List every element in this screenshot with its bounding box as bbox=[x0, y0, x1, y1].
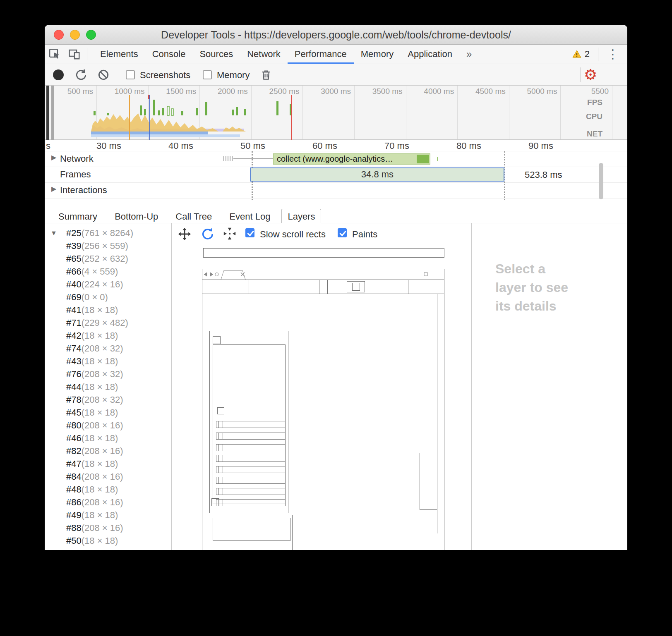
tab-elements[interactable]: Elements bbox=[93, 45, 145, 64]
memory-checkbox[interactable] bbox=[203, 70, 212, 79]
flame-tick: 90 ms bbox=[528, 141, 553, 151]
layer-tree-item[interactable]: #86(208 × 16) bbox=[45, 496, 171, 509]
layer-tree-item[interactable]: ▼#25(761 × 8264) bbox=[45, 227, 171, 239]
layers-panel: ▼#25(761 × 8264)#39(256 × 559)#65(252 × … bbox=[45, 223, 627, 550]
slow-scroll-label[interactable]: Slow scroll rects bbox=[260, 229, 326, 240]
layer-tree-item[interactable]: #78(208 × 32) bbox=[45, 393, 171, 406]
rotate-mode-icon[interactable] bbox=[199, 227, 216, 243]
layer-tree-item[interactable]: #39(256 × 559) bbox=[45, 239, 171, 252]
settings-gear-icon[interactable]: ⚙ bbox=[584, 66, 597, 84]
detail-tab-call-tree[interactable]: Call Tree bbox=[169, 209, 218, 223]
layer-tree-item[interactable]: #80(208 × 16) bbox=[45, 419, 171, 432]
request-waiting-line bbox=[233, 158, 273, 159]
detail-tab-event-log[interactable]: Event Log bbox=[223, 209, 276, 223]
row-separator bbox=[45, 182, 627, 183]
detail-tab-layers[interactable]: Layers bbox=[281, 209, 321, 223]
triangle-down-icon[interactable]: ▼ bbox=[50, 227, 57, 239]
minimize-button[interactable] bbox=[70, 30, 80, 40]
network-expander-icon[interactable]: ▶ bbox=[51, 153, 56, 161]
layer-tree-item[interactable]: #88(208 × 16) bbox=[45, 521, 171, 534]
flame-chart[interactable]: s30 ms40 ms50 ms60 ms70 ms80 ms90 ms ▶ N… bbox=[45, 140, 627, 202]
layer-tree-item[interactable]: #50(18 × 18) bbox=[45, 534, 171, 547]
frame-duration: 34.8 ms bbox=[361, 169, 394, 179]
detail-tabbar: SummaryBottom-UpCall TreeEvent LogLayers bbox=[45, 206, 627, 223]
main-tabbar: ElementsConsoleSourcesNetworkPerformance… bbox=[45, 45, 627, 64]
layer-tree-item[interactable]: #71(229 × 482) bbox=[45, 316, 171, 329]
layer-tree-item[interactable]: #45(18 × 18) bbox=[45, 406, 171, 419]
layer-tree-item[interactable]: #65(252 × 632) bbox=[45, 252, 171, 265]
flame-tick: 50 ms bbox=[240, 141, 265, 151]
layer-tree-item[interactable]: #49(18 × 18) bbox=[45, 509, 171, 521]
network-request-label: collect (www.google-analytics… bbox=[277, 154, 417, 164]
layer-tree-item[interactable]: #48(18 × 18) bbox=[45, 483, 171, 496]
layer-tree-item[interactable]: #46(18 × 18) bbox=[45, 432, 171, 445]
layer-tree[interactable]: ▼#25(761 × 8264)#39(256 × 559)#65(252 × … bbox=[45, 223, 172, 550]
perf-toolbar: Screenshots Memory ⚙ bbox=[45, 64, 627, 86]
flame-tick: 80 ms bbox=[456, 141, 481, 151]
layer-canvas[interactable]: Slow scroll rects Paints bbox=[172, 223, 472, 550]
screenshots-label[interactable]: Screenshots bbox=[140, 70, 190, 81]
scrollbar-thumb[interactable] bbox=[599, 163, 603, 199]
tab-sources[interactable]: Sources bbox=[192, 45, 240, 64]
layer-tree-item[interactable]: #82(208 × 16) bbox=[45, 445, 171, 457]
layer-tree-item[interactable]: #41(18 × 18) bbox=[45, 304, 171, 316]
layer-tree-item[interactable]: #74(208 × 32) bbox=[45, 342, 171, 355]
warning-icon bbox=[571, 49, 582, 59]
traffic-lights bbox=[54, 30, 96, 40]
warning-count: 2 bbox=[585, 49, 590, 60]
close-button[interactable] bbox=[54, 30, 64, 40]
detail-tab-summary[interactable]: Summary bbox=[52, 209, 103, 223]
tabs-overflow-button[interactable]: » bbox=[459, 45, 479, 64]
inspect-element-icon[interactable] bbox=[45, 45, 65, 64]
console-warnings-button[interactable]: 2 bbox=[571, 49, 590, 60]
zoom-button[interactable] bbox=[86, 30, 96, 40]
tab-performance[interactable]: Performance bbox=[288, 45, 354, 64]
clear-icon[interactable] bbox=[97, 68, 110, 83]
layer-tree-item[interactable]: #90(208 × 16) bbox=[45, 547, 171, 550]
titlebar[interactable]: Developer Tools - https://developers.goo… bbox=[45, 25, 627, 45]
tab-console[interactable]: Console bbox=[145, 45, 193, 64]
request-whisker bbox=[431, 159, 437, 159]
slow-scroll-checkbox[interactable] bbox=[245, 228, 254, 237]
layer-tree-item[interactable]: #76(208 × 32) bbox=[45, 368, 171, 380]
layer-tree-item[interactable]: #66(4 × 559) bbox=[45, 265, 171, 278]
paints-label[interactable]: Paints bbox=[352, 229, 377, 240]
tab-application[interactable]: Application bbox=[401, 45, 459, 64]
pan-mode-icon[interactable] bbox=[177, 227, 192, 243]
divider bbox=[580, 67, 581, 82]
reset-view-icon[interactable] bbox=[223, 227, 237, 242]
layer-tree-item[interactable]: #42(18 × 18) bbox=[45, 329, 171, 342]
network-request-solid bbox=[417, 155, 429, 163]
request-tick bbox=[226, 156, 226, 161]
request-whisker-end bbox=[437, 157, 438, 161]
detail-tab-bottom-up[interactable]: Bottom-Up bbox=[108, 209, 164, 223]
layer-wireframe bbox=[172, 244, 472, 550]
tab-network[interactable]: Network bbox=[240, 45, 288, 64]
paints-checkbox[interactable] bbox=[338, 228, 347, 237]
reload-icon[interactable] bbox=[74, 68, 88, 83]
overview-lanes: FPSCPUNET bbox=[45, 86, 627, 139]
layer-tree-item[interactable]: #47(18 × 18) bbox=[45, 457, 171, 470]
trash-icon[interactable] bbox=[260, 68, 272, 83]
row-separator bbox=[45, 151, 627, 151]
record-button[interactable] bbox=[53, 69, 64, 80]
tab-memory[interactable]: Memory bbox=[354, 45, 401, 64]
device-toolbar-icon[interactable] bbox=[65, 45, 84, 64]
layer-tree-item[interactable]: #84(208 × 16) bbox=[45, 470, 171, 483]
layer-details: Select alayer to seeits details bbox=[472, 223, 627, 550]
interactions-expander-icon[interactable]: ▶ bbox=[51, 185, 56, 193]
divider bbox=[598, 48, 598, 61]
devtools-window: Developer Tools - https://developers.goo… bbox=[45, 25, 627, 550]
flame-tick: 70 ms bbox=[384, 141, 409, 151]
layer-tree-item[interactable]: #69(0 × 0) bbox=[45, 291, 171, 304]
layer-tree-item[interactable]: #43(18 × 18) bbox=[45, 355, 171, 368]
memory-label[interactable]: Memory bbox=[217, 70, 250, 81]
flame-tick: 40 ms bbox=[168, 141, 193, 151]
layer-tree-item[interactable]: #40(224 × 16) bbox=[45, 278, 171, 291]
selected-frame-bar[interactable]: 34.8 ms bbox=[250, 167, 504, 182]
network-request-bar[interactable]: collect (www.google-analytics… bbox=[273, 153, 430, 165]
layer-tree-item[interactable]: #44(18 × 18) bbox=[45, 380, 171, 393]
timeline-overview[interactable]: 500 ms1000 ms1500 ms2000 ms2500 ms3000 m… bbox=[45, 86, 627, 140]
screenshots-checkbox[interactable] bbox=[126, 70, 135, 79]
more-options-icon[interactable]: ⋮ bbox=[607, 48, 619, 60]
